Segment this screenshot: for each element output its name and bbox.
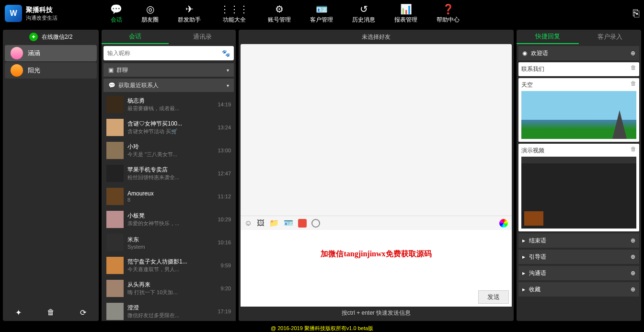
history-icon: ↺ [360, 3, 368, 15]
chat-item[interactable]: 从头再来嗨 打扰一下 10天加...9:20 [104, 277, 234, 300]
grid-icon: ⋮⋮⋮ [220, 3, 249, 15]
chat-item[interactable]: 范宁盘子女人坊摄影1...今天喜逢双节，男人...9:59 [104, 254, 234, 277]
avatar [106, 257, 124, 274]
chat-icon: 💬 [108, 82, 115, 89]
tab-customer-entry[interactable]: 客户录入 [579, 30, 641, 44]
add-icon[interactable]: ⊕ [631, 253, 635, 260]
reply-video-thumb [521, 157, 636, 229]
avatar [106, 142, 124, 159]
chat-item[interactable]: 杨志勇最需要赚钱，或者最...14:19 [104, 93, 234, 116]
app-subtitle: 沟通改变生活 [26, 14, 58, 22]
avatar [106, 188, 124, 205]
nav-help[interactable]: ❓帮助中心 [437, 3, 460, 24]
emoji-icon[interactable]: ☺ [244, 219, 252, 228]
tab-chats[interactable]: 会话 [102, 30, 169, 44]
chat-item[interactable]: 米东System10:16 [104, 231, 234, 254]
logout-icon[interactable]: ⎘ [633, 7, 639, 20]
gear-icon: ⚙ [275, 3, 284, 15]
add-icon[interactable]: ⊕ [631, 50, 635, 57]
category-header[interactable]: ▸结束语⊕ [518, 233, 639, 248]
message-area [241, 44, 512, 216]
nav-history[interactable]: ↺历史消息 [352, 3, 375, 24]
footer: @ 2016-2019 聚播科技版权所有 v1.0 beta版 [0, 324, 644, 332]
chat-item[interactable]: 含谜♡女神节买100...含谜女神节活动 买🛒13:24 [104, 116, 234, 139]
quick-reply-item[interactable]: 天空🗑 [518, 78, 639, 142]
avatar [11, 47, 23, 59]
color-wheel-icon[interactable] [499, 219, 508, 228]
reply-image [521, 91, 636, 139]
trash-icon[interactable]: 🗑 [47, 308, 55, 317]
avatar [11, 64, 23, 77]
category-header[interactable]: ▸沟通语⊕ [518, 266, 639, 280]
wechat-icon: ✦ [29, 33, 38, 41]
help-icon: ❓ [442, 3, 454, 15]
category-header[interactable]: ▸引导语⊕ [518, 250, 639, 264]
folder-icon[interactable]: 📁 [269, 218, 279, 228]
circle-icon[interactable] [311, 219, 320, 228]
collapse-icon: ▸ [522, 286, 525, 293]
wechat-icon: 💬 [110, 3, 122, 15]
message-input-area[interactable]: 加微信tangjinjinwx免费获取源码 发送 [241, 230, 512, 307]
expand-icon: ◉ [522, 50, 527, 57]
avatar [106, 119, 124, 136]
logo-icon: W [5, 5, 22, 22]
nav-wechat[interactable]: 💬会话 [110, 3, 122, 24]
group-icon: ▣ [108, 67, 114, 73]
collapse-icon: ▸ [522, 253, 525, 260]
conversation-title: 未选择好友 [239, 30, 514, 44]
chat-item[interactable]: 苹果手机专卖店粉丝回馈特惠来袭全...12:47 [104, 162, 234, 185]
delete-icon[interactable]: 🗑 [631, 146, 636, 152]
image-icon[interactable]: 🖼 [257, 219, 264, 228]
red-envelope-icon[interactable] [298, 219, 307, 228]
group-chat-section[interactable]: ▣ 群聊 ▾ [104, 63, 234, 77]
avatar [106, 211, 124, 228]
delete-icon[interactable]: 🗑 [631, 64, 636, 71]
category-header[interactable]: ◉欢迎语⊕ [518, 46, 639, 60]
keyboard-hint: 按ctrl + enter 快速发送信息 [241, 307, 512, 319]
category-header[interactable]: ▸收藏⊕ [518, 282, 639, 297]
send-button[interactable]: 发送 [478, 290, 509, 304]
avatar [106, 165, 124, 182]
recent-contacts-section[interactable]: 💬 获取最近联系人 ▾ [104, 79, 234, 92]
paw-icon[interactable]: 🐾 [222, 49, 230, 57]
delete-icon[interactable]: 🗑 [631, 80, 636, 87]
quick-reply-item[interactable]: 演示视频🗑 [518, 144, 639, 231]
chat-item[interactable]: Amoureux811:12 [104, 185, 234, 208]
account-item[interactable]: 阳光 [5, 62, 97, 79]
quick-reply-item[interactable]: 联系我们🗑 [518, 62, 639, 76]
avatar [106, 303, 124, 320]
chrome-icon: ◎ [146, 3, 154, 15]
nav-card[interactable]: 🪪客户管理 [310, 3, 333, 24]
nav-send[interactable]: ✈群发助手 [178, 3, 201, 24]
avatar [106, 96, 124, 113]
add-icon[interactable]: ⊕ [631, 270, 635, 276]
card-icon[interactable]: 🪪 [284, 218, 293, 228]
tab-contacts[interactable]: 通讯录 [169, 30, 236, 44]
chevron-down-icon: ▾ [227, 68, 229, 73]
card-icon: 🪪 [316, 3, 328, 15]
nav-gear[interactable]: ⚙账号管理 [268, 3, 291, 24]
chat-item[interactable]: 小玲今天是 "三八美女节...13:00 [104, 139, 234, 162]
search-input[interactable] [107, 50, 222, 57]
nav-chrome[interactable]: ◎朋友圈 [141, 3, 159, 24]
avatar [106, 234, 124, 251]
app-logo: W 聚播科技 沟通改变生活 [5, 5, 101, 22]
chevron-down-icon: ▾ [227, 83, 229, 88]
account-item[interactable]: 涵涵 [5, 45, 97, 61]
chat-item[interactable]: 小板凳亲爱的女神节快乐，...10:29 [104, 208, 234, 231]
add-icon[interactable]: ⊕ [631, 286, 635, 293]
stats-icon: 📊 [400, 3, 412, 15]
nav-grid[interactable]: ⋮⋮⋮功能大全 [220, 3, 249, 24]
collapse-icon: ▸ [522, 237, 525, 244]
app-title: 聚播科技 [26, 6, 58, 14]
collapse-icon: ▸ [522, 270, 525, 276]
send-icon: ✈ [185, 3, 194, 15]
chat-item[interactable]: 澄澄微信好友过多受限在...17:19 [104, 300, 234, 321]
avatar [106, 280, 124, 297]
add-icon[interactable]: ⊕ [631, 237, 635, 244]
refresh-icon[interactable]: ⟳ [80, 308, 86, 317]
watermark-text: 加微信tangjinjinwx免费获取源码 [241, 249, 512, 259]
nav-stats[interactable]: 📊报表管理 [394, 3, 417, 24]
wechat-footer-icon[interactable]: ✦ [15, 308, 22, 317]
tab-quick-reply[interactable]: 快捷回复 [517, 30, 579, 44]
